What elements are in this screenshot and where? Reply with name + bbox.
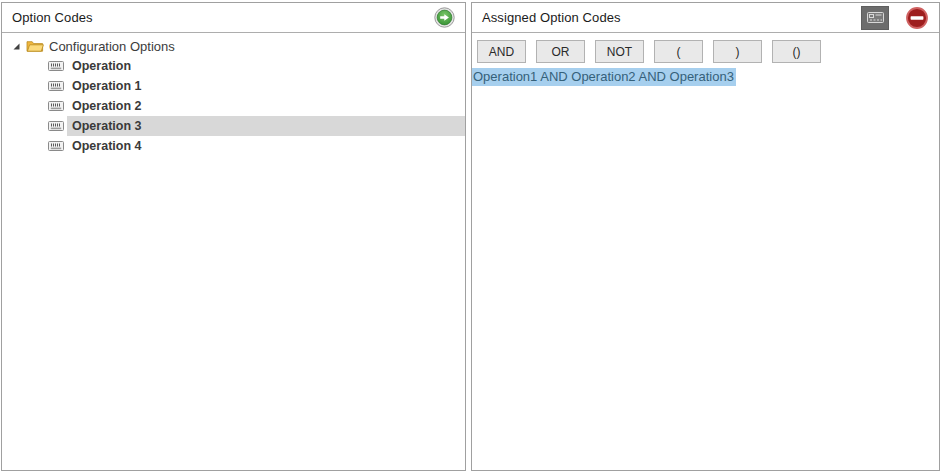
not-button[interactable]: NOT [595, 40, 644, 63]
tree-item-label: Operation 3 [67, 116, 465, 136]
red-remove-circle-icon [906, 7, 928, 29]
option-codes-panel: Option Codes [1, 2, 466, 471]
assigned-option-codes-panel: Assigned Option Codes [471, 2, 940, 471]
assigned-option-codes-header: Assigned Option Codes [472, 3, 939, 33]
and-button[interactable]: AND [477, 40, 526, 63]
tree-item-label: Operation 4 [67, 136, 465, 156]
tree-node-configuration-options[interactable]: Configuration Options [2, 36, 465, 56]
option-code-keyboard-icon [48, 60, 64, 72]
green-arrow-right-circle-icon [434, 7, 455, 28]
tree-item-operation-4[interactable]: Operation 4 [2, 136, 465, 156]
tree-item-operation-2[interactable]: Operation 2 [2, 96, 465, 116]
option-code-keyboard-icon [48, 120, 64, 132]
expander-triangle-icon[interactable] [9, 41, 23, 51]
operator-button-row: AND OR NOT ( ) () [472, 33, 939, 63]
option-codes-workspace: Option Codes [0, 0, 941, 476]
expression-editor[interactable]: Operation1 AND Operation2 AND Operation3 [472, 67, 939, 86]
option-codes-tree: Configuration Options Operation [2, 33, 465, 156]
tree-item-label: Operation [67, 56, 465, 76]
option-codes-title: Option Codes [12, 10, 434, 25]
tree-item-label: Operation 2 [67, 96, 465, 116]
option-code-keyboard-icon [48, 140, 64, 152]
keyboard-icon [867, 11, 884, 24]
tree-item-operation[interactable]: Operation [2, 56, 465, 76]
tree-node-label: Configuration Options [49, 39, 175, 54]
option-code-keyboard-icon [48, 100, 64, 112]
assigned-expression-text[interactable]: Operation1 AND Operation2 AND Operation3 [472, 68, 736, 86]
open-paren-button[interactable]: ( [654, 40, 703, 63]
tree-item-operation-1[interactable]: Operation 1 [2, 76, 465, 96]
option-code-keyboard-icon [48, 80, 64, 92]
paren-pair-button[interactable]: () [772, 40, 821, 63]
or-button[interactable]: OR [536, 40, 585, 63]
open-folder-icon [26, 39, 44, 53]
assigned-option-codes-title: Assigned Option Codes [482, 10, 861, 25]
assign-option-code-button[interactable] [434, 7, 455, 28]
edit-expression-button[interactable] [861, 6, 889, 30]
close-paren-button[interactable]: ) [713, 40, 762, 63]
option-codes-header: Option Codes [2, 3, 465, 33]
tree-item-label: Operation 1 [67, 76, 465, 96]
tree-item-operation-3[interactable]: Operation 3 [2, 116, 465, 136]
remove-expression-button[interactable] [906, 7, 928, 29]
